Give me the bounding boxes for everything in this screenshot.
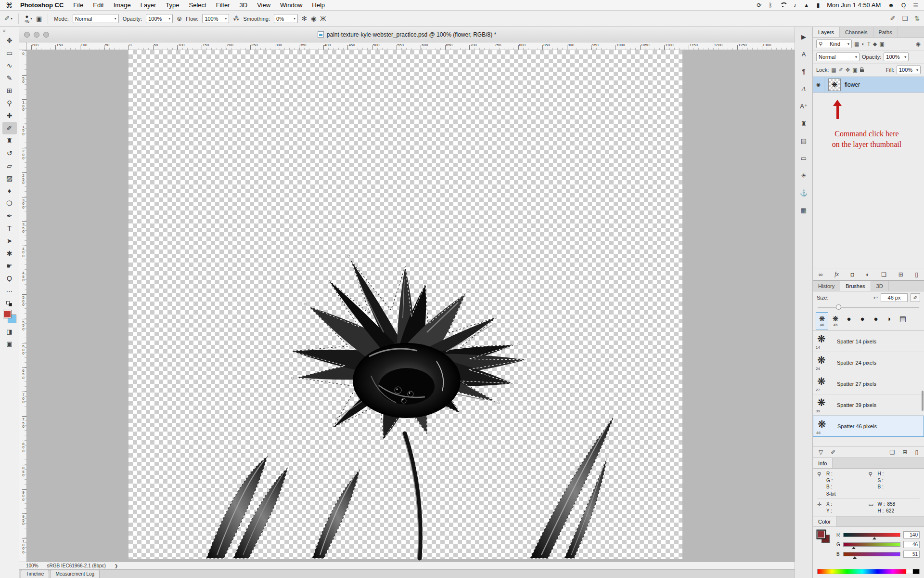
pen-pressure-icon[interactable]: ✐ xyxy=(911,293,920,302)
menu-edit[interactable]: Edit xyxy=(93,1,103,9)
layer-thumbnail[interactable]: ❋ xyxy=(828,79,841,91)
lasso-tool-icon[interactable]: ∿ xyxy=(2,59,17,72)
type-tool-icon[interactable]: T xyxy=(2,222,17,235)
flow-select[interactable]: 100% ▾ xyxy=(202,14,229,23)
color-slider-thumb[interactable] xyxy=(853,556,857,559)
brush-list-scrollbar[interactable] xyxy=(922,391,924,411)
smoothing-select[interactable]: 0% ▾ xyxy=(274,14,298,23)
brush-preset[interactable]: ● xyxy=(856,312,869,329)
tool-preset-picker[interactable]: ✐ ▾ xyxy=(4,15,13,22)
move-tool-icon[interactable]: ✥ xyxy=(2,34,17,47)
brush-preset-picker[interactable]: ● 46 ▾ xyxy=(25,14,32,24)
brush-preset[interactable]: ● xyxy=(870,312,882,329)
menu-filter[interactable]: Filter xyxy=(216,1,230,9)
paragraph-panel-icon[interactable]: ¶ xyxy=(798,66,809,76)
lock-transparent-pixels-icon[interactable]: ▦ xyxy=(831,67,836,73)
layer-style-fx-icon[interactable]: fx xyxy=(834,271,839,278)
character-styles-panel-icon[interactable]: A⁺ xyxy=(798,101,809,111)
tab-3d[interactable]: 3D xyxy=(871,281,889,291)
lock-position-icon[interactable]: ✥ xyxy=(846,67,850,73)
menu-file[interactable]: File xyxy=(73,1,83,9)
brush-item[interactable]: ❋27Spatter 27 pixels xyxy=(813,373,924,394)
libraries-icon[interactable]: ❏ xyxy=(902,15,908,22)
brush-tool-icon[interactable]: ✐ xyxy=(2,122,17,134)
brush-preset[interactable]: ❋45 xyxy=(829,312,842,329)
brush-preset[interactable]: ● xyxy=(843,312,855,329)
tab-paths[interactable]: Paths xyxy=(873,27,898,37)
color-slider-thumb[interactable] xyxy=(852,547,856,549)
brush-preset[interactable]: ❋46 xyxy=(816,312,828,329)
quick-selection-tool-icon[interactable]: ✎ xyxy=(2,72,17,84)
new-group-icon[interactable]: ❏ xyxy=(881,271,886,278)
brush-item[interactable]: ❋24Spatter 24 pixels xyxy=(813,352,924,373)
zoom-level[interactable]: 100% xyxy=(26,563,38,568)
wifi-icon[interactable] xyxy=(780,2,786,8)
filter-adjustment-layers-icon[interactable]: ◐ xyxy=(861,41,865,47)
minimize-button[interactable] xyxy=(34,32,39,38)
vertical-ruler[interactable]: 05 01 0 01 5 02 0 02 5 03 0 03 5 04 0 04… xyxy=(19,50,27,562)
navigator-panel-icon[interactable]: ⚓ xyxy=(798,188,809,197)
fill-select[interactable]: 100% ▾ xyxy=(897,66,921,74)
adjustment-layer-icon[interactable]: ◐ xyxy=(866,271,869,278)
menu-view[interactable]: View xyxy=(257,1,270,9)
opacity-select[interactable]: 100% ▾ xyxy=(146,14,173,23)
screen-mode-icon[interactable]: ▣ xyxy=(6,340,12,347)
brush-item[interactable]: ❋39Spatter 39 pixels xyxy=(813,394,924,416)
layer-mask-icon[interactable]: ◘ xyxy=(850,271,854,278)
tab-brushes[interactable]: Brushes xyxy=(840,281,871,291)
path-selection-tool-icon[interactable]: ➤ xyxy=(2,235,17,247)
delete-brush-icon[interactable]: ▯ xyxy=(915,449,918,456)
histogram-panel-icon[interactable]: ▦ xyxy=(798,205,809,215)
color-slider-G[interactable] xyxy=(843,542,900,547)
color-slider-thumb[interactable] xyxy=(873,537,876,539)
airbrush-icon[interactable]: ⁂ xyxy=(233,15,239,22)
delete-layer-icon[interactable]: ▯ xyxy=(915,271,918,278)
spotlight-search-icon[interactable]: Ǫ xyxy=(901,2,906,8)
character-panel-icon[interactable]: A xyxy=(798,49,809,59)
color-value-B[interactable]: 51 xyxy=(903,551,920,558)
bluetooth-icon[interactable]: ᛒ xyxy=(769,2,772,8)
apple-menu-icon[interactable]: ⌘ xyxy=(6,1,13,9)
user-icon[interactable]: ☻ xyxy=(888,2,894,8)
toolbar-collapse-icon[interactable]: » xyxy=(0,27,6,34)
menu-3d[interactable]: 3D xyxy=(240,1,248,9)
app-name[interactable]: Photoshop CC xyxy=(20,1,64,9)
filter-kind-select[interactable]: ⚲ Kind ▾ xyxy=(816,39,852,48)
smoothing-options-gear-icon[interactable]: ✻ xyxy=(302,15,307,22)
eraser-tool-icon[interactable]: ▱ xyxy=(2,159,17,172)
foreground-color-swatch[interactable] xyxy=(817,530,825,539)
new-layer-icon[interactable]: ⊞ xyxy=(898,271,903,278)
pressure-size-icon[interactable]: ◉ xyxy=(311,15,316,22)
brush-preset[interactable]: ◗ xyxy=(883,312,896,329)
status-chevron-icon[interactable]: ❯ xyxy=(115,564,118,568)
expand-play-panel-icon[interactable]: ▶ xyxy=(798,32,809,41)
foreground-color-swatch[interactable] xyxy=(3,310,12,318)
control-center-icon[interactable]: ☰ xyxy=(913,2,918,8)
layer-visibility-eye-icon[interactable]: ◉ xyxy=(813,77,824,92)
volume-icon[interactable]: ♪ xyxy=(794,2,796,8)
brush-size-slider[interactable] xyxy=(818,304,919,311)
filter-shape-layers-icon[interactable]: ◆ xyxy=(873,41,877,47)
paint-symmetry-icon[interactable]: Ж xyxy=(320,15,326,22)
lock-image-pixels-icon[interactable]: ✐ xyxy=(839,67,843,73)
tab-layers[interactable]: Layers xyxy=(813,27,840,37)
adjustments-panel-icon[interactable]: ☀ xyxy=(798,171,809,180)
tab-timeline[interactable]: Timeline xyxy=(21,570,49,578)
default-colors-icon[interactable] xyxy=(6,301,13,307)
slider-thumb[interactable] xyxy=(836,304,841,310)
layer-name[interactable]: flower xyxy=(845,81,860,88)
menu-image[interactable]: Image xyxy=(114,1,131,9)
filter-pixel-layers-icon[interactable]: ▦ xyxy=(854,41,859,47)
history-brush-tool-icon[interactable]: ↺ xyxy=(2,147,17,159)
glyphs-panel-icon[interactable]: A xyxy=(798,84,809,93)
tab-history[interactable]: History xyxy=(813,281,840,291)
brush-item[interactable]: ❋14Spatter 14 pixels xyxy=(813,331,924,352)
reset-size-icon[interactable]: ↩ xyxy=(873,295,878,301)
menu-layer[interactable]: Layer xyxy=(141,1,156,9)
custom-shape-tool-icon[interactable]: ✱ xyxy=(2,247,17,260)
tab-channels[interactable]: Channels xyxy=(840,27,873,37)
lock-all-icon[interactable] xyxy=(860,69,864,72)
blend-mode-select[interactable]: Normal ▾ xyxy=(73,14,119,23)
new-brush-group-icon[interactable]: ❏ xyxy=(890,449,895,456)
link-layers-icon[interactable]: ∞ xyxy=(819,271,823,278)
